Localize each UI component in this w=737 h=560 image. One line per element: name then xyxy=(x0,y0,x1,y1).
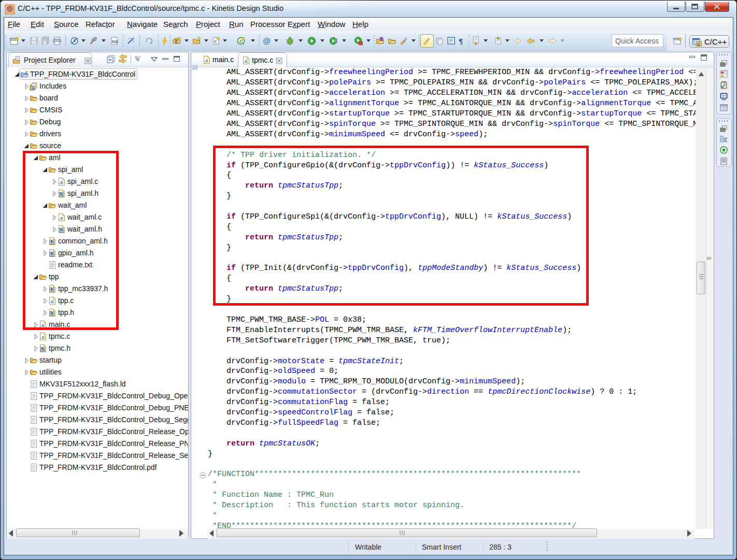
svg-text:C: C xyxy=(175,39,178,44)
svg-text:@: @ xyxy=(263,36,271,45)
svg-text:c: c xyxy=(215,39,217,44)
svg-text:¶: ¶ xyxy=(459,37,463,46)
svg-text:C: C xyxy=(697,42,700,47)
svg-text:010: 010 xyxy=(112,40,118,44)
